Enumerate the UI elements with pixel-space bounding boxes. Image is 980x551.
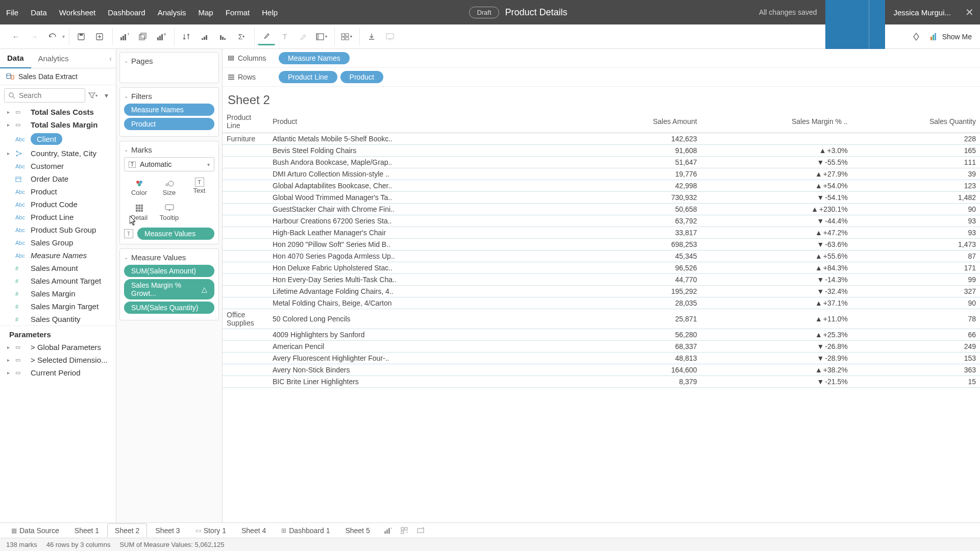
- field-sales-quantity[interactable]: #Sales Quantity: [0, 313, 116, 325]
- tab-sheet-4[interactable]: Sheet 4: [234, 524, 273, 537]
- field-measure-names[interactable]: AbcMeasure Names: [0, 249, 116, 262]
- rows-pill-product[interactable]: Product: [340, 71, 383, 83]
- data-table[interactable]: Product Line Product Sales Amount Sales …: [223, 110, 980, 522]
- table-row[interactable]: 4009 Highlighters by Sanford56,280+25.3%…: [223, 329, 980, 341]
- table-row[interactable]: Lifetime Advantage Folding Chairs, 4..19…: [223, 286, 980, 297]
- param-current-period[interactable]: ▸▭Current Period: [0, 366, 116, 379]
- marks-measure-values-pill[interactable]: Measure Values: [137, 228, 214, 240]
- rows-shelf[interactable]: Rows Product Line Product: [223, 68, 980, 87]
- table-row[interactable]: Bush Andora Bookcase, Maple/Grap..51,647…: [223, 157, 980, 168]
- field-customer[interactable]: AbcCustomer: [0, 160, 116, 172]
- label-icon[interactable]: T: [276, 28, 293, 45]
- tab-analytics[interactable]: Analytics: [31, 49, 76, 68]
- field-order-date[interactable]: Order Date: [0, 172, 116, 185]
- col-sales-quantity[interactable]: Sales Quantity: [852, 110, 980, 133]
- table-row[interactable]: GuestStacker Chair with Chrome Fini..50,…: [223, 204, 980, 215]
- menu-worksheet[interactable]: Worksheet: [59, 8, 95, 17]
- table-row[interactable]: Metal Folding Chairs, Beige, 4/Carton28,…: [223, 297, 980, 309]
- clear-icon[interactable]: ×: [153, 28, 170, 45]
- fit-icon[interactable]: ▾: [313, 28, 330, 45]
- mark-size[interactable]: Size: [154, 174, 184, 199]
- table-row[interactable]: Hon Deluxe Fabric Upholstered Stac..96,5…: [223, 262, 980, 274]
- field-client[interactable]: AbcClient: [0, 131, 116, 147]
- menu-map[interactable]: Map: [199, 8, 213, 17]
- new-worksheet-icon[interactable]: +: [116, 28, 133, 45]
- col-product-line[interactable]: Product Line: [223, 110, 268, 133]
- menu-dashboard[interactable]: Dashboard: [108, 8, 145, 17]
- mv-pill-sales-quantity[interactable]: SUM(Sales Quantity): [124, 302, 214, 314]
- highlight-icon[interactable]: [258, 28, 275, 45]
- show-me-button[interactable]: Show Me: [926, 33, 976, 41]
- new-dashboard-icon[interactable]: +: [398, 524, 411, 537]
- field-product-line[interactable]: AbcProduct Line: [0, 211, 116, 223]
- filter-fields-icon[interactable]: ▾: [87, 88, 99, 103]
- col-product[interactable]: Product: [268, 110, 578, 133]
- col-sales-margin[interactable]: Sales Margin % ..: [701, 110, 852, 133]
- mark-type-select[interactable]: TAutomatic ▾: [124, 157, 214, 171]
- table-row[interactable]: Bevis Steel Folding Chairs91,608+3.0%165: [223, 145, 980, 157]
- mark-color[interactable]: Color: [124, 174, 154, 199]
- table-row[interactable]: Hon 4070 Series Pagoda Armless Up..45,34…: [223, 251, 980, 262]
- menu-data[interactable]: Data: [31, 8, 47, 17]
- new-story-icon[interactable]: +: [414, 524, 427, 537]
- tab-data-source[interactable]: ▦Data Source: [4, 524, 66, 537]
- data-guide-icon[interactable]: [908, 28, 925, 45]
- forward-icon[interactable]: →: [26, 28, 43, 45]
- swap-icon[interactable]: [178, 28, 195, 45]
- sheet-title[interactable]: Sheet 2: [223, 87, 980, 110]
- menu-analysis[interactable]: Analysis: [158, 8, 186, 17]
- new-data-icon[interactable]: [91, 28, 108, 45]
- mv-pill-margin-growth[interactable]: Sales Margin % Growt...△: [124, 279, 214, 299]
- present-icon[interactable]: [381, 28, 399, 45]
- table-row[interactable]: FurnitureAtlantic Metals Mobile 5-Shelf …: [223, 133, 980, 145]
- field-country-state-city[interactable]: ▸Country, State, City: [0, 147, 116, 160]
- table-row[interactable]: Avery Fluorescent Highlighter Four-..48,…: [223, 353, 980, 364]
- undo-icon[interactable]: [44, 28, 61, 45]
- columns-shelf[interactable]: Columns Measure Names: [223, 49, 980, 68]
- table-row[interactable]: Global Adaptabilites Bookcase, Cher..42,…: [223, 180, 980, 192]
- tab-data[interactable]: Data: [0, 48, 31, 68]
- collapse-pane-icon[interactable]: ‹: [109, 55, 112, 63]
- tab-sheet-5[interactable]: Sheet 5: [338, 524, 377, 537]
- new-sheet-icon[interactable]: +: [381, 524, 395, 537]
- datasource-row[interactable]: Sales Data Extract: [0, 68, 116, 85]
- columns-pill-measure-names[interactable]: Measure Names: [279, 52, 350, 64]
- tab-sheet-3[interactable]: Sheet 3: [148, 524, 187, 537]
- pages-shelf[interactable]: ⌄Pages: [119, 52, 219, 83]
- mark-tooltip[interactable]: Tooltip: [154, 199, 184, 224]
- sort-desc-icon[interactable]: [214, 28, 232, 45]
- table-row[interactable]: Hon Every-Day Series Multi-Task Cha..44,…: [223, 274, 980, 286]
- table-row[interactable]: BIC Brite Liner Highlighters8,379-21.5%1…: [223, 376, 980, 388]
- menu-help[interactable]: Help: [262, 8, 278, 17]
- format-icon[interactable]: [295, 28, 312, 45]
- field-product[interactable]: AbcProduct: [0, 185, 116, 198]
- table-row[interactable]: Hon 2090 "Pillow Soft" Series Mid B..698…: [223, 239, 980, 251]
- filters-shelf[interactable]: ⌄Filters Measure Names Product: [119, 87, 219, 137]
- field-sales-margin[interactable]: #Sales Margin: [0, 287, 116, 300]
- sort-asc-icon[interactable]: [196, 28, 213, 45]
- user-name[interactable]: Jessica Murgui...: [893, 8, 951, 17]
- search-input[interactable]: [19, 91, 81, 99]
- show-cards-icon[interactable]: ▾: [338, 28, 355, 45]
- field-sales-amount-target[interactable]: #Sales Amount Target: [0, 274, 116, 287]
- folder-total-sales-costs[interactable]: ▸▭Total Sales Costs: [0, 106, 116, 118]
- table-row[interactable]: High-Back Leather Manager's Chair33,817+…: [223, 227, 980, 239]
- table-row[interactable]: Global Wood Trimmed Manager's Ta..730,93…: [223, 192, 980, 204]
- mark-detail[interactable]: Detail: [124, 199, 154, 224]
- filter-pill-measure-names[interactable]: Measure Names: [124, 104, 214, 116]
- field-sales-amount[interactable]: #Sales Amount: [0, 262, 116, 274]
- field-menu-icon[interactable]: ▾: [101, 88, 112, 103]
- menu-file[interactable]: File: [6, 8, 18, 17]
- table-row[interactable]: DMI Arturo Collection Mission-style ..19…: [223, 168, 980, 180]
- field-product-code[interactable]: AbcProduct Code: [0, 198, 116, 211]
- table-row[interactable]: Office Supplies50 Colored Long Pencils25…: [223, 309, 980, 329]
- download-icon[interactable]: [363, 28, 380, 45]
- field-product-sub-group[interactable]: AbcProduct Sub Group: [0, 223, 116, 236]
- close-icon[interactable]: ✕: [965, 6, 974, 18]
- table-row[interactable]: Harbour Creations 67200 Series Sta..63,7…: [223, 215, 980, 227]
- filter-pill-product[interactable]: Product: [124, 118, 214, 130]
- rows-pill-product-line[interactable]: Product Line: [279, 71, 337, 83]
- field-sales-margin-target[interactable]: #Sales Margin Target: [0, 300, 116, 313]
- mv-pill-sales-amount[interactable]: SUM(Sales Amount): [124, 265, 214, 277]
- totals-icon[interactable]: Σ▾: [233, 28, 250, 45]
